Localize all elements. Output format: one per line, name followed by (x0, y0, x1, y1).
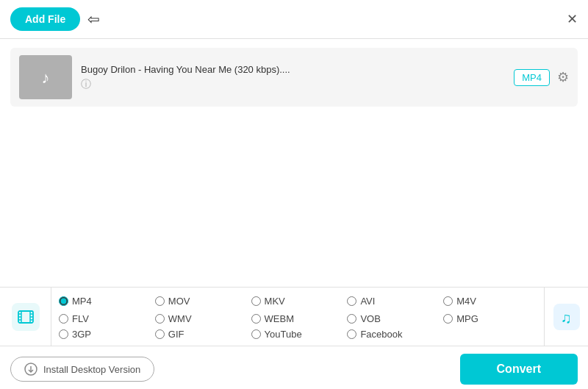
audio-note-icon[interactable]: ♫ (553, 304, 580, 330)
close-button[interactable]: ✕ (567, 13, 578, 26)
file-info: Bugoy Drilon - Having You Near Me (320 k… (81, 64, 505, 91)
format-option-webm[interactable]: WEBM (251, 313, 345, 324)
footer: Install Desktop Version Convert (0, 346, 588, 389)
format-option-flv[interactable]: FLV (59, 313, 152, 324)
format-option-mkv[interactable]: MKV (251, 296, 345, 307)
file-thumbnail: ♪ (19, 55, 72, 99)
convert-button[interactable]: Convert (460, 354, 578, 385)
install-label: Install Desktop Version (43, 364, 140, 375)
svg-text:♫: ♫ (561, 310, 572, 326)
settings-icon[interactable]: ⚙ (557, 69, 569, 85)
format-option-wmv[interactable]: WMV (155, 313, 248, 324)
top-bar: Add File ⇦ ✕ (0, 0, 588, 39)
format-option-youtube[interactable]: YouTube (251, 329, 345, 340)
film-icon[interactable] (12, 303, 40, 331)
svg-text:♪: ♪ (42, 68, 50, 87)
music-note-icon: ♪ (32, 64, 59, 90)
arrow-hint: ⇦ (87, 10, 100, 28)
video-format-icon-col (0, 288, 51, 346)
format-option-facebook[interactable]: Facebook (347, 329, 440, 340)
file-item: ♪ Bugoy Drilon - Having You Near Me (320… (10, 48, 578, 107)
info-icon[interactable]: ⓘ (81, 78, 505, 91)
download-icon (24, 363, 37, 376)
format-option-3gp[interactable]: 3GP (59, 329, 152, 340)
format-option-mpg[interactable]: MPG (443, 313, 537, 324)
note-svg: ♫ (558, 308, 576, 326)
main-content: ♪ Bugoy Drilon - Having You Near Me (320… (0, 39, 588, 287)
format-option-vob[interactable]: VOB (347, 313, 440, 324)
install-button[interactable]: Install Desktop Version (10, 357, 154, 382)
file-name: Bugoy Drilon - Having You Near Me (320 k… (81, 64, 505, 75)
format-option-m4v[interactable]: M4V (443, 296, 537, 307)
format-option-gif[interactable]: GIF (155, 329, 248, 340)
add-file-button[interactable]: Add File (10, 7, 80, 31)
format-option-mp4[interactable]: MP4 (59, 296, 152, 307)
film-svg (17, 308, 35, 326)
empty-area (0, 172, 588, 288)
format-option-mov[interactable]: MOV (155, 296, 248, 307)
format-options-grid: MP4 MOV MKV AVI M4V FLV WMV WEBM VOB MPG (51, 288, 544, 346)
bottom-format-bar: MP4 MOV MKV AVI M4V FLV WMV WEBM VOB MPG (0, 287, 588, 346)
file-actions: MP4 ⚙ (514, 69, 569, 86)
format-badge[interactable]: MP4 (514, 69, 550, 86)
file-list: ♪ Bugoy Drilon - Having You Near Me (320… (0, 39, 588, 172)
audio-icon-col: ♫ (544, 288, 588, 346)
format-option-avi[interactable]: AVI (347, 296, 440, 307)
